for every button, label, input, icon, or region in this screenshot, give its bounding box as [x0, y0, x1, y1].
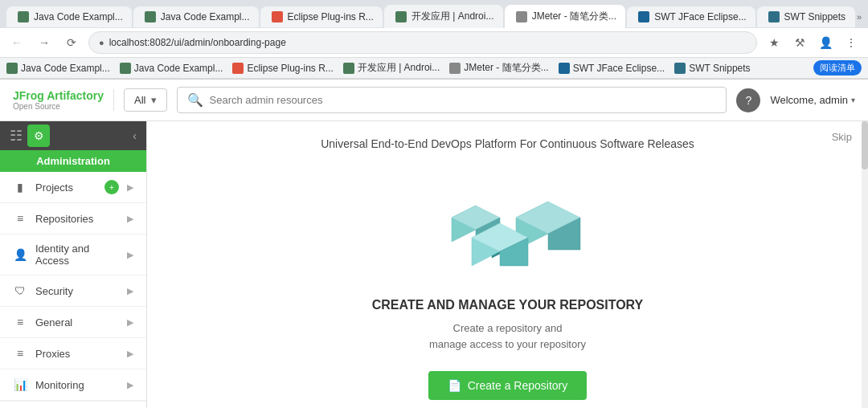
tab-label-1: Java Code Exampl... [34, 11, 123, 22]
tab-favicon-6 [638, 11, 649, 22]
forward-button[interactable]: → [34, 32, 55, 53]
bookmark-label-7: SWT Snippets [689, 63, 750, 74]
bookmark-5[interactable]: JMeter - 随笔分类... [449, 61, 548, 75]
sidebar-item-proxies[interactable]: ≡ Proxies ▶ [0, 338, 146, 369]
app-top-bar: JFrog Artifactory Open Source All ▾ 🔍 ? … [0, 80, 868, 121]
tab-favicon-4 [395, 11, 407, 22]
tab-label-2: Java Code Exampl... [161, 11, 250, 22]
browser-tabs-bar: Java Code Exampl... Java Code Exampl... … [0, 0, 868, 28]
main-content: Skip Universal End-to-End DevOps Platfor… [147, 121, 868, 408]
sidebar-item-label-projects: Projects [35, 182, 96, 194]
extensions-button[interactable]: ⚒ [789, 32, 810, 53]
app-container: ☷ ⚙ ‹ Administration ▮ Projects + ▶ ≡ Re… [0, 121, 868, 408]
bookmark-6[interactable]: SWT JFace Eclipse... [559, 63, 665, 74]
filter-dropdown[interactable]: All ▾ [124, 88, 166, 112]
create-button-label: Create a Repository [468, 379, 568, 392]
tab-label-3: Eclipse Plug-ins R... [288, 11, 374, 22]
sidebar-item-repositories[interactable]: ≡ Repositories ▶ [0, 203, 146, 235]
browser-tab-2[interactable]: Java Code Exampl... [133, 6, 259, 27]
star-button[interactable]: ★ [764, 32, 784, 53]
proxies-arrow-icon: ▶ [127, 349, 133, 359]
sidebar: ☷ ⚙ ‹ Administration ▮ Projects + ▶ ≡ Re… [0, 121, 147, 408]
sidebar-item-monitoring[interactable]: 📊 Monitoring ▶ [0, 369, 146, 401]
repositories-arrow-icon: ▶ [127, 214, 133, 224]
browser-tab-6[interactable]: SWT JFace Eclipse... [627, 6, 755, 27]
menu-button[interactable]: ⋮ [841, 32, 862, 53]
bookmark-2[interactable]: Java Code Exampl... [120, 63, 223, 74]
bookmark-4[interactable]: 开发应用 | Androi... [343, 61, 440, 75]
projects-icon: ▮ [13, 180, 27, 194]
illustration [428, 169, 588, 282]
read-later-button[interactable]: 阅读清单 [813, 60, 862, 75]
card-description: Create a repository and manage access to… [429, 320, 586, 352]
browser-nav-bar: ← → ⟳ ● localhost:8082/ui/admin/onboardi… [0, 28, 868, 58]
filter-arrow-icon: ▾ [151, 94, 157, 106]
main-inner: Skip Universal End-to-End DevOps Platfor… [147, 121, 868, 408]
sidebar-controls: ☷ ⚙ [10, 124, 50, 147]
sidebar-item-label-identity: Identity and Access [35, 243, 119, 267]
bookmark-favicon-6 [559, 63, 570, 74]
sidebar-item-label-monitoring: Monitoring [35, 379, 119, 391]
sidebar-item-label-proxies: Proxies [35, 348, 119, 360]
sidebar-item-label-repositories: Repositories [35, 213, 119, 225]
browser-tab-1[interactable]: Java Code Exampl... [6, 6, 132, 27]
bookmark-label-4: 开发应用 | Androi... [358, 61, 440, 75]
browser-tab-5[interactable]: JMeter - 随笔分类... [505, 5, 626, 28]
tab-label-7: SWT Snippets [784, 11, 845, 22]
bookmark-7[interactable]: SWT Snippets [674, 63, 750, 74]
gear-icon[interactable]: ⚙ [27, 124, 50, 147]
browser-tab-4[interactable]: 开发应用 | Androi... [384, 5, 503, 28]
browser-tab-7[interactable]: SWT Snippets [757, 6, 855, 27]
sidebar-item-label-security: Security [35, 285, 119, 297]
logo-subtitle: Open Source [13, 102, 104, 111]
skip-button[interactable]: Skip [832, 131, 852, 143]
browser-action-buttons: ★ ⚒ 👤 ⋮ [764, 32, 862, 53]
sidebar-item-projects[interactable]: ▮ Projects + ▶ [0, 172, 146, 203]
url-text: localhost:8082/ui/admin/onboarding-page [109, 37, 286, 48]
bookmark-favicon-3 [232, 63, 244, 74]
help-button[interactable]: ? [736, 88, 760, 112]
security-arrow-icon: ▶ [127, 286, 133, 296]
search-icon: 🔍 [187, 92, 203, 108]
card-title: CREATE AND MANAGE YOUR REPOSITORY [372, 298, 644, 312]
scrollbar-thumb[interactable] [862, 121, 868, 169]
bookmark-3[interactable]: Eclipse Plug-ins R... [232, 63, 333, 74]
bookmark-label-5: JMeter - 随笔分类... [464, 61, 548, 75]
identity-arrow-icon: ▶ [127, 250, 133, 260]
welcome-user-menu[interactable]: Welcome, admin ▾ [770, 94, 855, 106]
card-desc-line2: manage access to your repository [429, 338, 586, 350]
projects-arrow-icon: ▶ [127, 182, 133, 193]
repositories-icon: ≡ [13, 211, 27, 226]
scrollbar-track[interactable] [862, 121, 868, 408]
bookmark-1[interactable]: Java Code Exampl... [6, 63, 110, 74]
tab-favicon-5 [516, 11, 527, 22]
sidebar-item-security[interactable]: 🛡 Security ▶ [0, 275, 146, 307]
tab-label-4: 开发应用 | Androi... [411, 10, 493, 23]
address-bar[interactable]: ● localhost:8082/ui/admin/onboarding-pag… [88, 31, 757, 54]
browser-tab-3[interactable]: Eclipse Plug-ins R... [260, 6, 383, 27]
sidebar-item-identity-access[interactable]: 👤 Identity and Access ▶ [0, 235, 146, 275]
bookmark-label-3: Eclipse Plug-ins R... [247, 63, 333, 74]
more-tabs-button[interactable]: » [857, 12, 862, 22]
bookmark-favicon-5 [449, 63, 461, 74]
search-bar[interactable]: 🔍 [177, 87, 727, 113]
proxies-icon: ≡ [13, 346, 27, 361]
sidebar-item-general[interactable]: ≡ General ▶ [0, 307, 146, 338]
sidebar-collapse-icon[interactable]: ‹ [133, 129, 137, 142]
user-menu-arrow-icon: ▾ [851, 96, 855, 104]
jfrog-logo: JFrog Artifactory Open Source [13, 89, 114, 111]
sidebar-header: ☷ ⚙ ‹ [0, 121, 146, 150]
search-input[interactable] [210, 94, 717, 106]
grid-icon[interactable]: ☷ [10, 127, 23, 145]
sidebar-item-label-general: General [35, 316, 119, 328]
identity-icon: 👤 [13, 247, 27, 262]
create-repository-button[interactable]: 📄 Create a Repository [428, 371, 588, 400]
refresh-button[interactable]: ⟳ [61, 32, 82, 53]
bookmark-label-6: SWT JFace Eclipse... [573, 63, 665, 74]
tab-favicon-1 [18, 11, 29, 22]
sidebar-footer: 🐸 Open source license 7.35.2 rev 7350290… [0, 401, 146, 408]
boxes-svg [428, 169, 588, 274]
profile-button[interactable]: 👤 [815, 32, 836, 53]
general-arrow-icon: ▶ [127, 317, 133, 328]
back-button[interactable]: ← [6, 32, 27, 53]
